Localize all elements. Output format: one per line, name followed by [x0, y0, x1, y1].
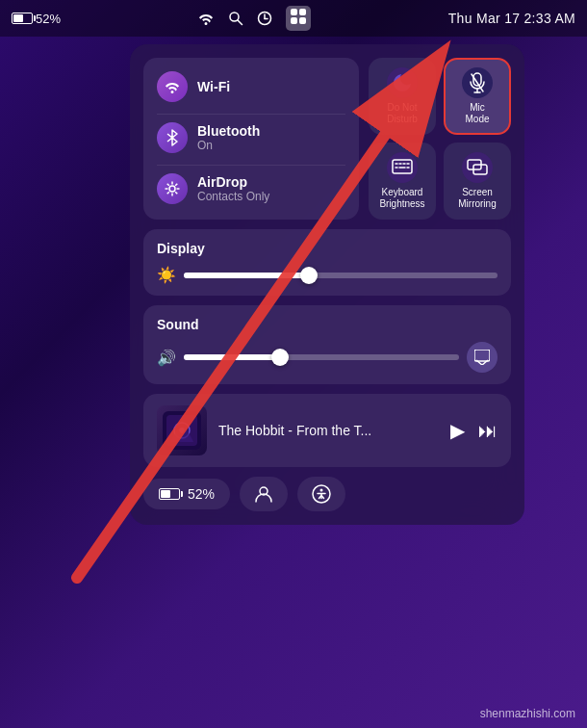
mic-mode-icon	[462, 67, 493, 98]
do-not-disturb-icon	[387, 67, 418, 98]
mic-mode-label: MicMode	[465, 102, 489, 125]
volume-thumb	[271, 349, 289, 366]
mic-mode-toggle[interactable]: MicMode	[444, 58, 511, 135]
brightness-track[interactable]	[184, 273, 498, 278]
volume-fill	[184, 354, 280, 360]
now-playing-info: The Hobbit - From the T...	[218, 423, 439, 438]
battery-card: 52%	[143, 479, 230, 509]
battery-body-icon	[159, 488, 180, 500]
quick-toggles: Do NotDisturb MicMode	[369, 58, 511, 220]
bluetooth-name: Bluetooth	[197, 123, 260, 139]
airdrop-icon-circle	[157, 173, 188, 204]
wifi-name: Wi-Fi	[197, 79, 230, 94]
svg-point-31	[320, 489, 323, 492]
wifi-item[interactable]: Wi-Fi	[157, 67, 345, 106]
top-row: Wi-Fi Bluetooth On	[143, 58, 511, 220]
do-not-disturb-label: Do NotDisturb	[387, 102, 418, 125]
battery-percent: 52%	[36, 12, 61, 26]
bluetooth-sub: On	[197, 139, 260, 152]
screen-mirroring-toggle[interactable]: ScreenMirroring	[444, 143, 511, 220]
network-card: Wi-Fi Bluetooth On	[143, 58, 359, 220]
svg-rect-8	[299, 17, 306, 24]
accessibility-button[interactable]	[297, 477, 345, 511]
keyboard-brightness-label: KeyboardBrightness	[379, 187, 424, 210]
display-label: Display	[157, 241, 498, 256]
menu-bar: 52% Thu Mar 17 2:33 AM	[0, 0, 587, 37]
screen-mirroring-icon	[462, 152, 493, 183]
battery-percent-label: 52%	[188, 486, 215, 502]
bluetooth-item[interactable]: Bluetooth On	[157, 114, 345, 157]
bluetooth-icon-circle	[157, 122, 188, 153]
sound-label: Sound	[157, 317, 498, 332]
airdrop-sub: Contacts Only	[197, 190, 269, 203]
wifi-icon[interactable]	[197, 12, 215, 25]
brightness-fill	[184, 273, 309, 278]
wifi-icon-circle	[157, 71, 188, 102]
history-icon[interactable]	[257, 11, 272, 26]
now-playing-card: The Hobbit - From the T... ▶ ⏭	[143, 394, 511, 467]
airdrop-item[interactable]: AirDrop Contacts Only	[157, 165, 345, 208]
control-center-panel: Wi-Fi Bluetooth On	[130, 44, 524, 525]
keyboard-brightness-icon	[387, 152, 418, 183]
menubar-icons	[197, 6, 311, 31]
screen-mirroring-label: ScreenMirroring	[458, 187, 496, 210]
battery-icon	[12, 13, 33, 24]
menubar-left: 52%	[12, 12, 61, 26]
svg-rect-7	[291, 17, 297, 24]
svg-rect-5	[291, 9, 297, 15]
wifi-text: Wi-Fi	[197, 79, 230, 94]
sound-card: Sound 🔊	[143, 305, 511, 384]
battery-indicator: 52%	[12, 12, 61, 26]
svg-point-9	[169, 186, 175, 192]
search-icon[interactable]	[228, 11, 243, 26]
display-slider-row: ☀️	[157, 266, 498, 284]
brightness-icon: ☀️	[157, 266, 176, 284]
airplay-button[interactable]	[467, 342, 498, 373]
skip-button[interactable]: ⏭	[478, 420, 498, 442]
watermark: shenmazhishi.com	[480, 707, 575, 720]
airdrop-text: AirDrop Contacts Only	[197, 174, 269, 203]
svg-rect-6	[299, 9, 306, 15]
sound-slider-row: 🔊	[157, 342, 498, 373]
brightness-thumb	[300, 267, 318, 284]
album-art	[157, 405, 207, 455]
display-card: Display ☀️	[143, 229, 511, 296]
svg-line-1	[238, 20, 242, 25]
user-button[interactable]	[240, 477, 288, 511]
play-button[interactable]: ▶	[450, 419, 465, 442]
svg-rect-14	[393, 160, 412, 173]
do-not-disturb-toggle[interactable]: Do NotDisturb	[369, 58, 436, 135]
airdrop-name: AirDrop	[197, 174, 269, 190]
bluetooth-text: Bluetooth On	[197, 123, 260, 152]
bottom-row: 52%	[143, 477, 511, 511]
control-center-icon[interactable]	[286, 6, 311, 31]
svg-rect-24	[474, 350, 490, 361]
volume-track[interactable]	[184, 354, 459, 360]
keyboard-brightness-toggle[interactable]: KeyboardBrightness	[369, 143, 436, 220]
menubar-datetime: Thu Mar 17 2:33 AM	[448, 11, 575, 26]
volume-icon: 🔊	[157, 349, 176, 367]
now-playing-controls: ▶ ⏭	[450, 419, 498, 442]
now-playing-title: The Hobbit - From the T...	[218, 423, 439, 438]
